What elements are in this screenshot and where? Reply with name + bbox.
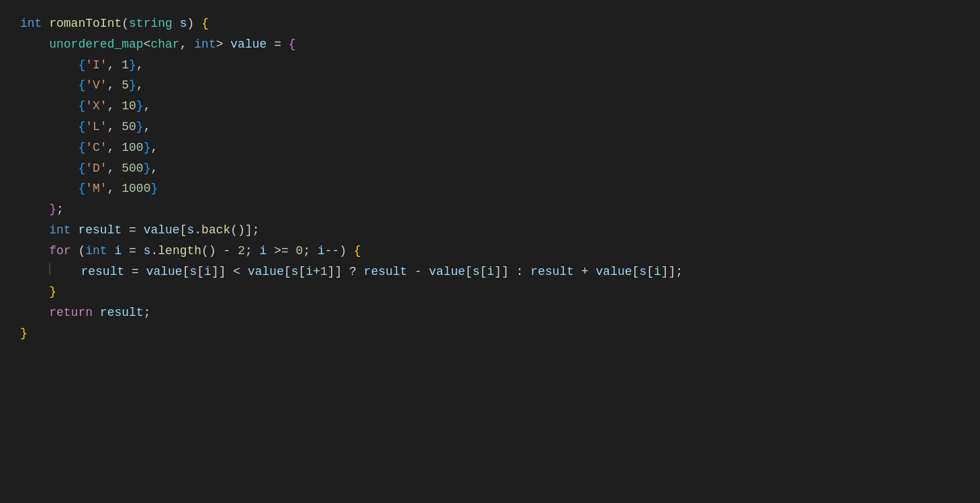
num-50: 50 — [121, 117, 136, 137]
var-s-back: s — [187, 221, 194, 240]
var-value: value — [230, 35, 266, 54]
var-s-length: s — [144, 241, 151, 261]
method-length: length — [158, 241, 201, 261]
type-string: string — [129, 14, 173, 34]
char-L: 'L' — [85, 117, 107, 137]
code-line-5: {'X', 10}, — [0, 96, 980, 117]
function-name: romanToInt — [49, 14, 121, 34]
type-unordered-map: unordered_map — [49, 35, 143, 54]
num-2: 2 — [238, 241, 245, 261]
code-line-10: }; — [0, 199, 980, 220]
code-line-4: {'V', 5}, — [0, 75, 980, 96]
method-back: back — [201, 221, 230, 240]
char-D: 'D' — [85, 159, 107, 178]
code-line-16: } — [0, 323, 980, 344]
num-5: 5 — [121, 76, 129, 95]
code-line-14: } — [0, 282, 980, 302]
code-editor: int romanToInt(string s) { unordered_map… — [0, 0, 980, 503]
code-line-1: int romanToInt(string s) { — [0, 13, 980, 34]
code-line-2: unordered_map<char, int> value = { — [0, 34, 980, 55]
num-1000: 1000 — [121, 179, 150, 199]
keyword-return: return — [49, 303, 93, 323]
num-0: 0 — [296, 241, 303, 261]
char-C: 'C' — [85, 138, 107, 158]
var-result-2: result — [81, 262, 124, 282]
code-line-3: {'I', 1}, — [0, 55, 980, 76]
char-I: 'I' — [85, 56, 107, 75]
code-line-12: for (int i = s.length() - 2; i >= 0; i--… — [0, 241, 980, 262]
keyword-for: for — [49, 241, 70, 261]
char-X: 'X' — [85, 97, 107, 116]
var-value-2: value — [144, 221, 180, 240]
keyword-int-2: int — [49, 221, 70, 240]
num-100: 100 — [121, 138, 143, 158]
var-result: result — [78, 221, 121, 240]
code-line-7: {'C', 100}, — [0, 137, 980, 158]
var-result-return: result — [100, 303, 144, 323]
code-line-9: {'M', 1000} — [0, 178, 980, 199]
num-500: 500 — [121, 159, 143, 178]
char-V: 'V' — [85, 76, 107, 95]
num-10: 10 — [121, 97, 136, 116]
code-line-8: {'D', 500}, — [0, 158, 980, 179]
char-M: 'M' — [85, 179, 107, 199]
param-s: s — [180, 14, 187, 34]
num-1: 1 — [121, 56, 129, 75]
var-i: i — [114, 241, 121, 261]
code-line-13: result = value[s[i]] < value[s[i+1]] ? r… — [0, 262, 980, 282]
code-line-11: int result = value[s.back()]; — [0, 220, 980, 241]
keyword-int: int — [20, 14, 42, 34]
code-line-6: {'L', 50}, — [0, 117, 980, 137]
keyword-int-3: int — [85, 241, 107, 261]
code-line-15: return result; — [0, 302, 980, 323]
